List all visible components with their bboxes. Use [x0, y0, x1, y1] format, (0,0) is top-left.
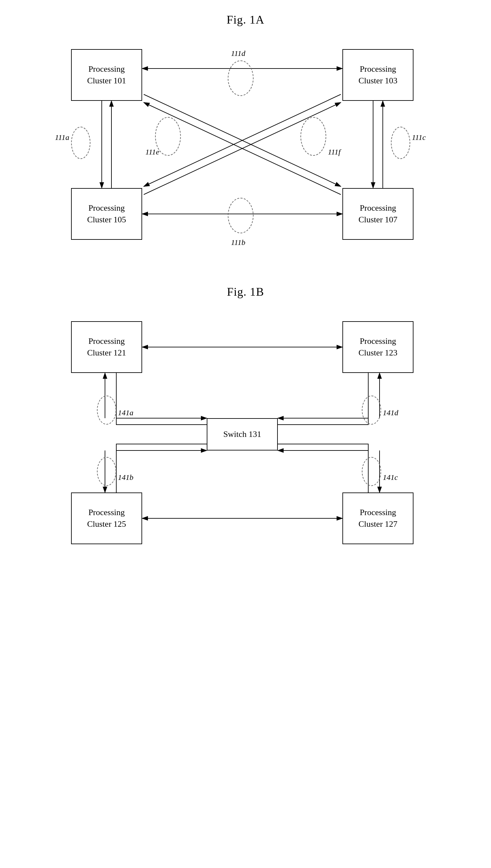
- cluster-101: ProcessingCluster 101: [71, 49, 142, 101]
- fig1a-title: Fig. 1A: [26, 13, 465, 27]
- label-141c: 141c: [383, 473, 398, 482]
- oval-111a: [71, 127, 90, 159]
- fig1b-diagram: ProcessingCluster 121 ProcessingCluster …: [52, 311, 439, 564]
- oval-111d: [228, 60, 254, 96]
- switch-131: Switch 131: [207, 418, 278, 450]
- oval-111f: [300, 117, 326, 156]
- page: Fig. 1A ProcessingCluster 101 Processing…: [0, 0, 491, 603]
- cluster-123: ProcessingCluster 123: [342, 321, 413, 373]
- label-111f: 111f: [328, 148, 341, 157]
- cluster-107: ProcessingCluster 107: [342, 188, 413, 240]
- fig1a-diagram: ProcessingCluster 101 ProcessingCluster …: [52, 39, 439, 259]
- oval-141b: [97, 457, 116, 486]
- cluster-125: ProcessingCluster 125: [71, 493, 142, 544]
- oval-141c: [362, 457, 381, 486]
- cluster-121: ProcessingCluster 121: [71, 321, 142, 373]
- label-111a: 111a: [55, 133, 69, 142]
- oval-141d: [362, 396, 381, 425]
- label-111b: 111b: [231, 238, 245, 247]
- oval-111c: [391, 127, 410, 159]
- label-111d: 111d: [231, 49, 245, 58]
- label-111e: 111e: [145, 148, 159, 157]
- label-141b: 141b: [118, 473, 134, 482]
- label-141a: 141a: [118, 409, 134, 417]
- cluster-105: ProcessingCluster 105: [71, 188, 142, 240]
- oval-111b: [228, 198, 254, 233]
- cluster-127: ProcessingCluster 127: [342, 493, 413, 544]
- cluster-103: ProcessingCluster 103: [342, 49, 413, 101]
- oval-141a: [97, 396, 116, 425]
- label-141d: 141d: [383, 409, 398, 417]
- label-111c: 111c: [412, 133, 426, 142]
- fig1b-title: Fig. 1B: [26, 285, 465, 299]
